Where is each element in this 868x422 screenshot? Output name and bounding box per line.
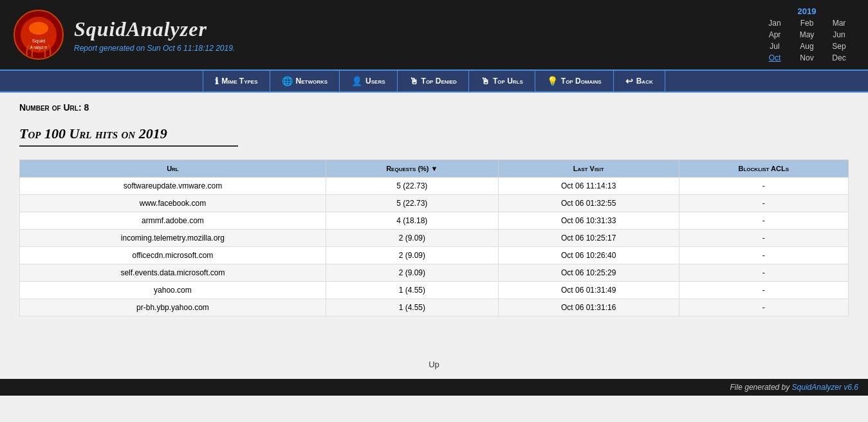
cell-last-visit-0: Oct 06 11:14:13	[498, 178, 679, 195]
nav-item-top-domains[interactable]: 💡Top Domains	[535, 71, 614, 91]
calendar-month-jun[interactable]: Jun	[823, 30, 855, 40]
nav-label-top-denied: Top Denied	[421, 77, 457, 86]
calendar-year: 2019	[759, 6, 855, 16]
nav-item-back[interactable]: ↩Back	[614, 71, 665, 91]
cell-last-visit-7: Oct 06 01:31:16	[498, 299, 679, 316]
title-area: SquidAnalyzer Report generated on Sun Oc…	[74, 17, 235, 53]
calendar-month-oct[interactable]: Oct	[759, 53, 791, 63]
nav-label-back: Back	[636, 77, 653, 86]
cell-blocklist-1: -	[679, 195, 848, 212]
cell-requests-7: 1 (4.55)	[326, 299, 498, 316]
nav-icon-top-denied: 🖱	[409, 76, 418, 86]
table-row: officecdn.microsoft.com2 (9.09)Oct 06 10…	[20, 247, 849, 264]
calendar-month-may[interactable]: May	[791, 30, 823, 40]
cell-blocklist-4: -	[679, 247, 848, 264]
nav-icon-top-domains: 💡	[547, 76, 558, 86]
table-row: softwareupdate.vmware.com5 (22.73)Oct 06…	[20, 178, 849, 195]
app-title: SquidAnalyzer	[74, 17, 235, 41]
nav-item-users[interactable]: 👤Users	[340, 71, 397, 91]
table-row: pr-bh.ybp.yahoo.com1 (4.55)Oct 06 01:31:…	[20, 299, 849, 316]
logo-area: Squid Analyzer SquidAnalyzer Report gene…	[13, 9, 235, 60]
section-title: Top 100 Url hits on 2019	[19, 125, 849, 142]
table-row: incoming.telemetry.mozilla.org2 (9.09)Oc…	[20, 230, 849, 247]
nav-icon-top-urls: 🖱	[481, 76, 490, 86]
table-header-row: UrlRequests (%) ▼Last VisitBlocklist ACL…	[20, 160, 849, 178]
calendar-month-nov[interactable]: Nov	[791, 53, 823, 63]
cell-requests-5: 2 (9.09)	[326, 264, 498, 282]
title-divider	[19, 145, 238, 147]
cell-blocklist-2: -	[679, 212, 848, 230]
calendar-month-apr[interactable]: Apr	[759, 30, 791, 40]
num-urls: Number of Url: 8	[19, 102, 849, 113]
calendar-month-feb[interactable]: Feb	[791, 18, 823, 28]
cell-last-visit-3: Oct 06 10:25:17	[498, 230, 679, 247]
nav-label-top-domains: Top Domains	[561, 77, 602, 86]
nav-item-mime-types[interactable]: ℹMime Types	[203, 71, 270, 91]
content: Number of Url: 8 Top 100 Url hits on 201…	[0, 93, 868, 350]
cell-blocklist-6: -	[679, 282, 848, 299]
calendar-month-dec[interactable]: Dec	[823, 53, 855, 63]
app-subtitle: Report generated on Sun Oct 6 11:18:12 2…	[74, 44, 235, 53]
cell-requests-6: 1 (4.55)	[326, 282, 498, 299]
cell-url-3[interactable]: incoming.telemetry.mozilla.org	[20, 230, 326, 247]
footer-text: File generated by SquidAnalyzer v6.6	[730, 383, 858, 392]
calendar-month-mar[interactable]: Mar	[823, 18, 855, 28]
nav-label-top-urls: Top Urls	[493, 77, 523, 86]
col-header-1[interactable]: Requests (%) ▼	[326, 160, 498, 178]
navbar: ℹMime Types🌐Networks👤Users🖱Top Denied🖱To…	[0, 69, 868, 93]
calendar-grid: JanFebMarAprMayJunJulAugSepOctNovDec	[759, 18, 855, 63]
table-row: self.events.data.microsoft.com2 (9.09)Oc…	[20, 264, 849, 282]
header: Squid Analyzer SquidAnalyzer Report gene…	[0, 0, 868, 69]
footer: File generated by SquidAnalyzer v6.6	[0, 379, 868, 396]
cell-requests-0: 5 (22.73)	[326, 178, 498, 195]
calendar-month-sep[interactable]: Sep	[823, 41, 855, 51]
cell-requests-2: 4 (18.18)	[326, 212, 498, 230]
svg-text:Squid: Squid	[32, 38, 45, 44]
cell-last-visit-4: Oct 06 10:26:40	[498, 247, 679, 264]
cell-last-visit-6: Oct 06 01:31:49	[498, 282, 679, 299]
cell-url-7[interactable]: pr-bh.ybp.yahoo.com	[20, 299, 326, 316]
nav-item-top-denied[interactable]: 🖱Top Denied	[398, 71, 469, 91]
table-row: yahoo.com1 (4.55)Oct 06 01:31:49-	[20, 282, 849, 299]
url-table: UrlRequests (%) ▼Last VisitBlocklist ACL…	[19, 160, 849, 316]
col-header-3: Blocklist ACLs	[679, 160, 848, 178]
nav-item-networks[interactable]: 🌐Networks	[270, 71, 340, 91]
cell-requests-1: 5 (22.73)	[326, 195, 498, 212]
cell-blocklist-3: -	[679, 230, 848, 247]
nav-item-top-urls[interactable]: 🖱Top Urls	[469, 71, 535, 91]
nav-icon-mime-types: ℹ	[215, 76, 218, 86]
footer-brand: SquidAnalyzer v6.6	[792, 383, 858, 392]
cell-blocklist-7: -	[679, 299, 848, 316]
cell-requests-3: 2 (9.09)	[326, 230, 498, 247]
cell-url-5[interactable]: self.events.data.microsoft.com	[20, 264, 326, 282]
app-logo: Squid Analyzer	[13, 9, 64, 60]
cell-url-1[interactable]: www.facebook.com	[20, 195, 326, 212]
calendar-month-jul[interactable]: Jul	[759, 41, 791, 51]
table-head: UrlRequests (%) ▼Last VisitBlocklist ACL…	[20, 160, 849, 178]
cell-url-0[interactable]: softwareupdate.vmware.com	[20, 178, 326, 195]
cell-last-visit-1: Oct 06 01:32:55	[498, 195, 679, 212]
table-row: www.facebook.com5 (22.73)Oct 06 01:32:55…	[20, 195, 849, 212]
cell-url-4[interactable]: officecdn.microsoft.com	[20, 247, 326, 264]
nav-icon-networks: 🌐	[282, 76, 293, 86]
cell-url-6[interactable]: yahoo.com	[20, 282, 326, 299]
cell-requests-4: 2 (9.09)	[326, 247, 498, 264]
nav-label-networks: Networks	[296, 77, 328, 86]
calendar-month-jan[interactable]: Jan	[759, 18, 791, 28]
nav-icon-back: ↩	[625, 76, 633, 86]
nav-label-users: Users	[365, 77, 385, 86]
calendar: 2019 JanFebMarAprMayJunJulAugSepOctNovDe…	[759, 6, 855, 63]
nav-label-mime-types: Mime Types	[221, 77, 257, 86]
up-link[interactable]: Up	[0, 360, 868, 369]
cell-url-2[interactable]: armmf.adobe.com	[20, 212, 326, 230]
col-header-2: Last Visit	[498, 160, 679, 178]
cell-last-visit-5: Oct 06 10:25:29	[498, 264, 679, 282]
cell-blocklist-0: -	[679, 178, 848, 195]
cell-blocklist-5: -	[679, 264, 848, 282]
table-body: softwareupdate.vmware.com5 (22.73)Oct 06…	[20, 178, 849, 316]
table-row: armmf.adobe.com4 (18.18)Oct 06 10:31:33-	[20, 212, 849, 230]
col-header-0: Url	[20, 160, 326, 178]
calendar-month-aug[interactable]: Aug	[791, 41, 823, 51]
cell-last-visit-2: Oct 06 10:31:33	[498, 212, 679, 230]
svg-point-2	[29, 22, 48, 35]
